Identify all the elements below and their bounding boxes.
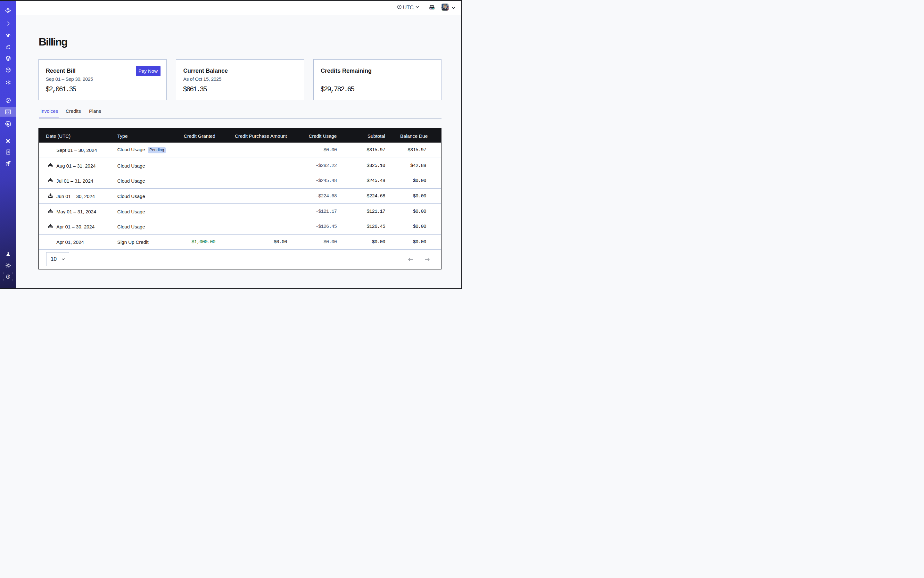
svg-text:$: $ [7,275,9,278]
